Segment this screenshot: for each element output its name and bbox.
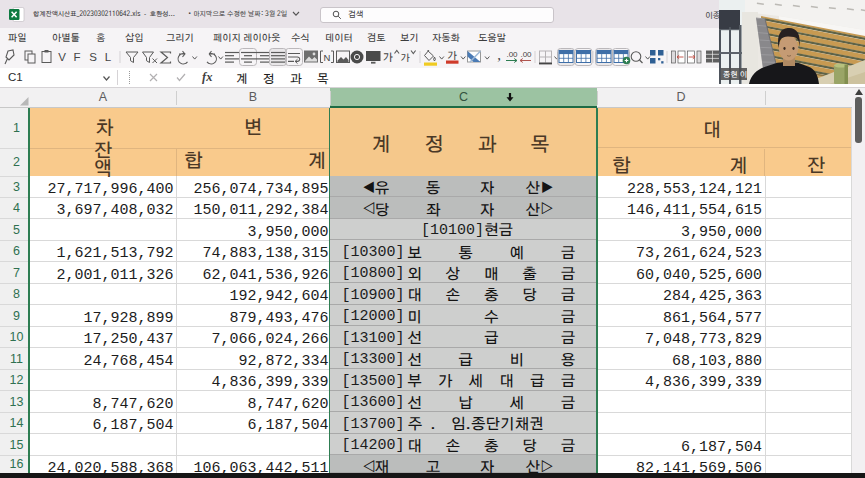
svg-text:V: V (58, 51, 66, 63)
svg-text:F: F (73, 51, 80, 63)
svg-text:,: , (497, 47, 501, 63)
svg-text:S: S (89, 51, 97, 63)
svg-text:N: N (324, 52, 331, 63)
svg-text:가: 가 (447, 50, 457, 61)
svg-text:가: 가 (400, 53, 410, 63)
svg-text:종현 이: 종현 이 (723, 70, 747, 79)
svg-text:.00: .00 (520, 50, 532, 59)
svg-text:.00: .00 (506, 50, 518, 59)
svg-text:L: L (105, 51, 112, 63)
svg-text:가: 가 (383, 52, 393, 63)
